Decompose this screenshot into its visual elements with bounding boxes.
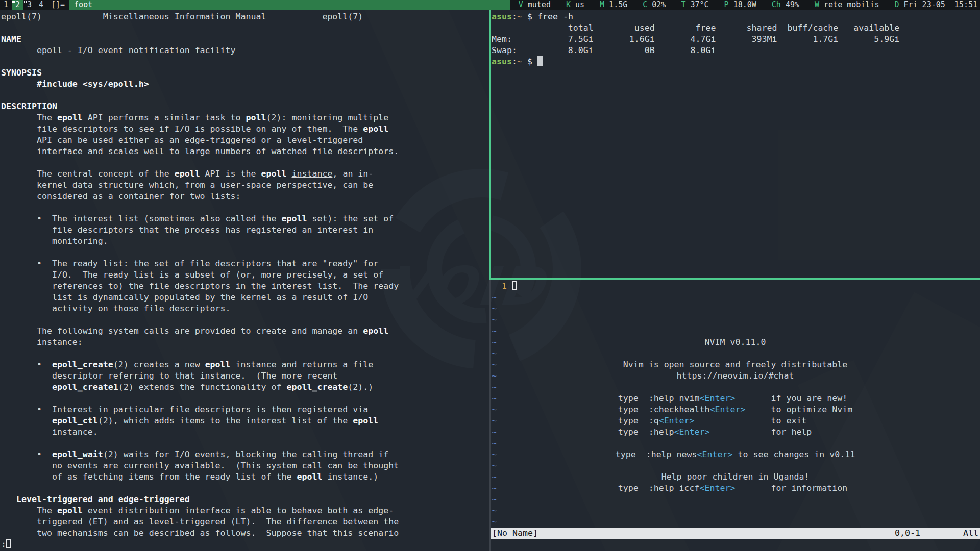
status-item-power: P 18.0W	[724, 0, 756, 10]
man-line: instance.	[1, 427, 489, 438]
nvim-tilde-line: ~	[492, 314, 980, 325]
man-line	[1, 483, 489, 494]
man-line: The epoll event distribution interface i…	[1, 505, 489, 516]
nvim-intro-line: type :help iccf<Enter> for information	[491, 483, 980, 494]
man-line: list is dynamically populated by the ker…	[1, 292, 489, 303]
manpage-text: epoll(7) Miscellaneous Information Manua…	[0, 10, 489, 539]
man-line: activity on those file descriptors.	[1, 303, 489, 314]
workspace-tags: 1234	[0, 0, 47, 10]
nvim-intro-line: type :help news<Enter> to see changes in…	[491, 449, 980, 460]
prompt-colon: :	[512, 57, 517, 66]
layout-indicator[interactable]: []=	[47, 0, 69, 10]
man-line: The epoll API performs a similar task to…	[1, 112, 489, 123]
man-line	[1, 90, 489, 101]
man-line: monitoring.	[1, 236, 489, 247]
man-line: The central concept of the epoll API is …	[1, 168, 489, 180]
workspace-tag-3[interactable]: 3	[23, 0, 35, 10]
nvim-tilde-line: ~	[492, 505, 980, 516]
nvim-pane[interactable]: 1 ~~~~~~~~~~~~~~~~~~~~~NVIM v0.11.0Nvim …	[491, 280, 980, 551]
pager-colon: :	[1, 539, 6, 549]
man-line: of as fetching items from the ready list…	[1, 471, 489, 483]
status-bar: 1234 []= foot V mutedK usM 1.5GC 02%T 37…	[0, 0, 980, 10]
prompt-dollar: $	[522, 57, 537, 66]
nvim-tilde-line: ~	[492, 494, 980, 505]
nvim-intro-line: Nvim is open source and freely distribut…	[491, 359, 980, 370]
prompt-dollar: $	[522, 12, 537, 21]
nvim-tilde-line: ~	[492, 382, 980, 393]
man-line	[1, 438, 489, 449]
status-item-cpu: C 02%	[643, 0, 666, 10]
workspace-tag-4[interactable]: 4	[35, 0, 47, 10]
unfocused-window-border	[489, 280, 491, 551]
nvim-tilde-line: ~	[492, 516, 980, 528]
status-item-network: W rete mobilis	[815, 0, 879, 10]
command-text: free -h	[537, 12, 573, 21]
man-line: considered as a container for two lists:	[1, 191, 489, 202]
status-item-memory: M 1.5G	[600, 0, 627, 10]
man-line	[1, 157, 489, 168]
prompt-line: asus:~ $ free -h	[492, 11, 980, 22]
nvim-intro-line: type :q<Enter> to exit	[491, 415, 980, 427]
focused-window-border-bottom	[489, 278, 980, 280]
buffer-line-1: 1	[492, 281, 980, 292]
man-line: DESCRIPTION	[1, 101, 489, 112]
man-line: I/O. The ready list is a subset of (or, …	[1, 269, 489, 281]
man-line: two mechanisms can be described as follo…	[1, 528, 489, 539]
man-line: triggered (ET) and as level-triggered (L…	[1, 516, 489, 528]
man-line: • epoll_wait(2) waits for I/O events, bl…	[1, 449, 489, 460]
man-line	[1, 314, 489, 325]
inactive-cursor	[6, 539, 11, 548]
status-item-date: D Fri 23-05 15:51	[894, 0, 977, 10]
status-item-battery: Ch 49%	[772, 0, 799, 10]
man-line: epoll_create1(2) extends the functionali…	[1, 382, 489, 393]
statusline-right: 0,0-1All	[895, 528, 978, 539]
man-line	[1, 393, 489, 404]
nvim-intro-line: https://neovim.io/#chat	[491, 370, 980, 382]
man-line: The following system calls are provided …	[1, 325, 489, 337]
tag-indicator	[12, 1, 15, 3]
window-title: foot	[69, 0, 510, 10]
status-item-temperature: T 37°C	[681, 0, 708, 10]
man-line: NAME	[1, 34, 489, 45]
prompt-user: asus	[492, 57, 512, 66]
prompt-line: asus:~ $	[492, 56, 980, 67]
scroll-indicator: All	[963, 528, 978, 538]
focused-window-border-left	[489, 10, 491, 280]
prompt-path: ~	[517, 12, 522, 21]
man-line: no events are currently available. (This…	[1, 460, 489, 471]
man-line: interface and scales well to large numbe…	[1, 146, 489, 157]
nvim-tilde-line: ~	[492, 438, 980, 449]
active-cursor	[537, 56, 543, 66]
tag-indicator	[24, 1, 27, 3]
prompt-colon: :	[512, 12, 517, 21]
inactive-cursor	[512, 281, 517, 290]
nvim-statusline: [No Name] 0,0-1All	[491, 528, 980, 539]
man-line: epoll(7) Miscellaneous Information Manua…	[1, 11, 489, 22]
man-line: • Interest in particular file descriptor…	[1, 404, 489, 415]
terminal-pane[interactable]: asus:~ $ free -h total used free shared …	[491, 10, 980, 278]
man-line: SYNOPSIS	[1, 67, 489, 79]
manpage-pane[interactable]: epoll(7) Miscellaneous Information Manua…	[0, 10, 489, 551]
workspace-tag-1[interactable]: 1	[0, 0, 12, 10]
buffer-name: [No Name]	[492, 528, 538, 539]
nvim-intro-line: Help poor children in Uganda!	[491, 471, 980, 483]
nvim-intro-line: type :checkhealth<Enter> to optimize Nvi…	[491, 404, 980, 415]
man-line	[1, 56, 489, 67]
man-line: • The interest list (sometimes also call…	[1, 213, 489, 224]
nvim-buffer: 1 ~~~~~~~~~~~~~~~~~~~~~NVIM v0.11.0Nvim …	[491, 280, 980, 528]
prompt-user: asus	[492, 12, 512, 21]
workspace-tag-2[interactable]: 2	[12, 0, 23, 10]
cursor-position: 0,0-1	[895, 528, 920, 538]
man-line: file descriptors to see if I/O is possib…	[1, 123, 489, 135]
man-line: • epoll_create(2) creates a new epoll in…	[1, 359, 489, 370]
man-line	[1, 247, 489, 258]
status-item-volume: V muted	[519, 0, 551, 10]
man-line: epoll_ctl(2), which adds items to the in…	[1, 415, 489, 427]
nvim-intro-line: type :help<Enter> for help	[491, 427, 980, 438]
man-line: kernel data structure which, from a user…	[1, 180, 489, 191]
status-item-keyboard: K us	[566, 0, 584, 10]
man-line: file descriptors that the process has re…	[1, 224, 489, 236]
tag-indicator	[1, 1, 3, 3]
nvim-tilde-line: ~	[492, 325, 980, 337]
pager-prompt-line: :	[0, 539, 489, 550]
